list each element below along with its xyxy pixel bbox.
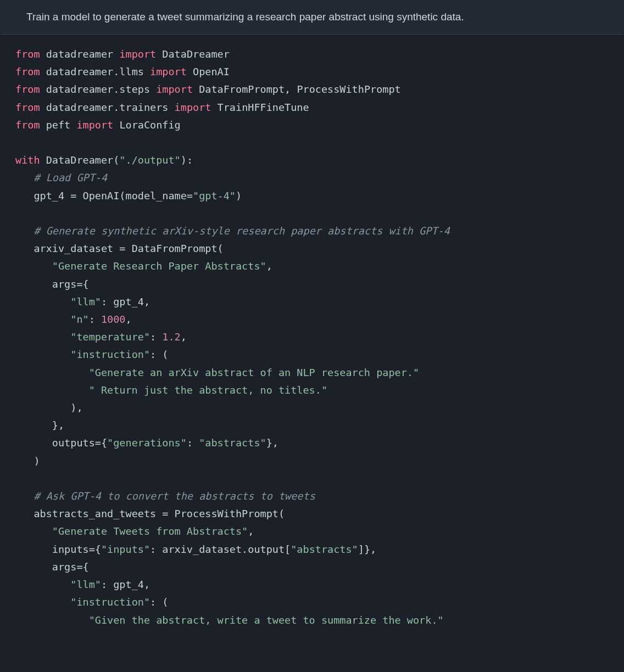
description-header: Train a model to generate a tweet summar… <box>0 0 624 35</box>
code-line: "Given the abstract, write a tweet to su… <box>15 614 444 626</box>
code-line: "temperature": 1.2, <box>15 331 187 343</box>
kw-from: from <box>15 48 40 60</box>
code-line: "Generate an arXiv abstract of an NLP re… <box>15 367 419 378</box>
code-line: gpt_4 = OpenAI(model_name="gpt-4") <box>15 190 242 201</box>
code-line: "llm": gpt_4, <box>15 579 150 590</box>
description-text: Train a model to generate a tweet summar… <box>26 11 464 23</box>
code-line: from peft import LoraConfig <box>15 119 181 131</box>
code-line: arxiv_dataset = DataFromPrompt( <box>15 243 224 254</box>
code-line: "n": 1000, <box>15 313 132 325</box>
code-line: "llm": gpt_4, <box>15 296 150 307</box>
code-line: from datadreamer.llms import OpenAI <box>15 66 230 77</box>
code-line: with DataDreamer("./output"): <box>15 154 193 166</box>
kw-import: import <box>119 48 156 60</box>
code-line: from datadreamer.steps import DataFromPr… <box>15 83 401 95</box>
code-line: "Generate Tweets from Abstracts", <box>15 525 254 537</box>
code-line: # Ask GPT-4 to convert the abstracts to … <box>15 490 315 502</box>
code-line: from datadreamer.trainers import TrainHF… <box>15 102 309 113</box>
code-line: args={ <box>15 561 89 573</box>
code-line: from datadreamer import DataDreamer <box>15 48 230 60</box>
code-line: ) <box>15 455 40 467</box>
code-line: # Generate synthetic arXiv-style researc… <box>15 225 450 237</box>
code-line: "instruction": ( <box>15 349 168 360</box>
code-line: outputs={"generations": "abstracts"}, <box>15 437 278 449</box>
code-line: abstracts_and_tweets = ProcessWithPrompt… <box>15 508 285 519</box>
code-line: "Generate Research Paper Abstracts", <box>15 260 272 272</box>
code-line: inputs={"inputs": arxiv_dataset.output["… <box>15 544 376 555</box>
code-block: from datadreamer import DataDreamer from… <box>0 35 624 640</box>
code-line: }, <box>15 419 64 431</box>
code-line: # Load GPT-4 <box>15 172 107 183</box>
code-line: ), <box>15 402 83 413</box>
code-line: "instruction": ( <box>15 596 168 608</box>
code-line: args={ <box>15 278 89 290</box>
code-line: " Return just the abstract, no titles." <box>15 384 327 396</box>
